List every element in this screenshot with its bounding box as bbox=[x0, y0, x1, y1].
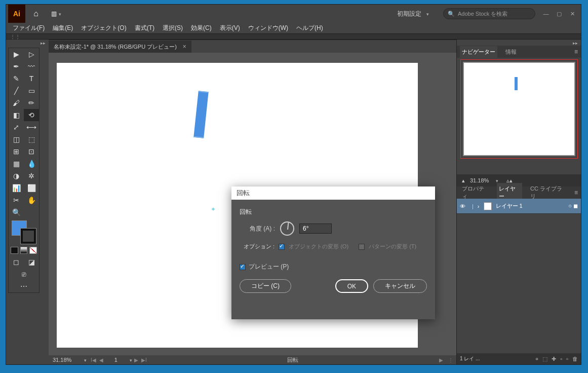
artboard-tool[interactable]: ⬜ bbox=[24, 182, 39, 194]
zoom-chevron-icon[interactable] bbox=[82, 357, 87, 363]
menu-select[interactable]: 選択(S) bbox=[159, 23, 186, 33]
menu-effect[interactable]: 効果(C) bbox=[187, 23, 215, 33]
menu-object[interactable]: オブジェクト(O) bbox=[77, 23, 130, 33]
workspace-switcher[interactable]: 初期設定 bbox=[393, 9, 433, 19]
close-button[interactable]: ✕ bbox=[568, 10, 577, 17]
new-layer-icon-2[interactable]: ▫ bbox=[566, 356, 568, 362]
line-tool[interactable]: ╱ bbox=[9, 85, 24, 97]
menu-window[interactable]: ウィンドウ(W) bbox=[245, 23, 292, 33]
direct-selection-tool[interactable]: ▷ bbox=[24, 48, 39, 60]
menu-file[interactable]: ファイル(F) bbox=[9, 23, 48, 33]
color-mode-solid[interactable] bbox=[11, 247, 18, 254]
width-tool[interactable]: ⟷ bbox=[24, 121, 39, 133]
angle-dial[interactable] bbox=[280, 221, 294, 236]
symbol-sprayer-tool[interactable]: ✲ bbox=[24, 170, 39, 182]
search-input[interactable]: 🔍 Adobe Stock を検索 bbox=[443, 8, 535, 19]
minimize-button[interactable]: — bbox=[541, 10, 551, 17]
dialog-body: 回転 角度 (A) : オプション : オブジェクトの変形 (O) パターンの変… bbox=[231, 200, 435, 319]
first-artboard-icon[interactable]: I◀ bbox=[90, 357, 97, 363]
navigator-shape-icon bbox=[515, 77, 518, 90]
blend-tool[interactable]: ◑ bbox=[9, 170, 24, 182]
control-bar-handle-icon[interactable]: ⋮⋮ bbox=[10, 34, 20, 40]
menu-type[interactable]: 書式(T) bbox=[131, 23, 158, 33]
new-layer-icon[interactable]: ▫ bbox=[560, 356, 562, 362]
layer-count-label: 1 レイ ... bbox=[460, 355, 480, 362]
navigator-preview[interactable] bbox=[461, 62, 577, 161]
document-tab[interactable]: 名称未設定-1* @ 31.18% (RGB/GPU プレビュー) × bbox=[49, 41, 191, 53]
color-mode-none[interactable] bbox=[29, 247, 37, 254]
eraser-tool[interactable]: ◧ bbox=[9, 109, 24, 121]
rotate-tool[interactable]: ⟲ bbox=[24, 109, 39, 121]
artboard-index[interactable]: 1 bbox=[105, 357, 127, 363]
menu-edit[interactable]: 編集(E) bbox=[49, 23, 76, 33]
arrange-documents-icon[interactable]: ▥ bbox=[49, 8, 64, 20]
panel-collapse-icon[interactable]: ▸▸ bbox=[457, 40, 581, 46]
panel-menu-icon[interactable]: ≡ bbox=[574, 48, 578, 55]
dock-collapse-icon[interactable]: ▸▸ bbox=[6, 40, 49, 46]
artboard-chevron-icon[interactable] bbox=[128, 357, 132, 363]
paintbrush-tool[interactable]: 🖌 bbox=[9, 97, 24, 109]
layers-panel-menu-icon[interactable]: ≡ bbox=[574, 189, 578, 196]
slice-tool[interactable]: ✂ bbox=[9, 194, 24, 206]
pen-tool-alt[interactable]: ✎ bbox=[9, 72, 24, 85]
preview-checkbox[interactable] bbox=[240, 264, 246, 270]
pen-tool[interactable]: ✒ bbox=[9, 60, 24, 72]
layer-row[interactable]: 👁 | › レイヤー 1 ○ ◼ bbox=[457, 199, 581, 214]
preview-label[interactable]: プレビュー (P) bbox=[249, 263, 289, 271]
clipping-mask-icon[interactable]: ⬚ bbox=[542, 356, 547, 362]
draw-behind-icon[interactable]: ◪ bbox=[24, 256, 39, 268]
ok-button[interactable]: OK bbox=[335, 279, 368, 293]
rotation-center-icon[interactable]: ✦ bbox=[211, 206, 216, 213]
pencil-tool[interactable]: ✏ bbox=[24, 97, 39, 109]
prev-artboard-icon[interactable]: ◀ bbox=[98, 357, 104, 363]
navigator-panel bbox=[457, 58, 581, 174]
layer-name-label[interactable]: レイヤー 1 bbox=[496, 202, 523, 210]
scroll-bar-icon[interactable]: ⋮ bbox=[447, 357, 454, 363]
delete-layer-icon[interactable]: 🗑 bbox=[572, 356, 578, 362]
selection-tool[interactable]: ▶ bbox=[9, 48, 24, 60]
document-tab-close-icon[interactable]: × bbox=[183, 43, 186, 50]
scale-tool[interactable]: ⤢ bbox=[9, 121, 24, 133]
locate-object-icon[interactable]: ⌖ bbox=[535, 356, 538, 362]
dialog-title: 回転 bbox=[231, 186, 435, 200]
last-artboard-icon[interactable]: ▶I bbox=[140, 357, 148, 363]
fill-stroke-swatch[interactable] bbox=[9, 218, 39, 246]
perspective-grid-tool[interactable]: ⊞ bbox=[9, 145, 24, 158]
free-transform-tool[interactable]: ◫ bbox=[9, 133, 24, 145]
gradient-tool[interactable]: ▦ bbox=[9, 158, 24, 170]
column-graph-tool[interactable]: 📊 bbox=[9, 182, 24, 194]
copy-button[interactable]: コピー (C) bbox=[240, 279, 291, 293]
app-logo: Ai bbox=[8, 5, 25, 23]
scroll-right-icon[interactable]: ▶ bbox=[438, 357, 444, 363]
expand-layer-icon[interactable]: › bbox=[478, 203, 480, 209]
shape-builder-tool[interactable]: ⬚ bbox=[24, 133, 39, 145]
current-tool-label: 回転 bbox=[151, 356, 435, 364]
draw-normal-icon[interactable]: ◻ bbox=[9, 256, 24, 268]
eyedropper-tool[interactable]: 💧 bbox=[24, 158, 39, 170]
type-tool[interactable]: T bbox=[24, 72, 39, 85]
hand-tool[interactable]: ✋ bbox=[24, 194, 39, 206]
navigator-tab[interactable]: ナビゲーター bbox=[460, 46, 497, 58]
zoom-level[interactable]: 31.18% bbox=[51, 357, 79, 363]
curvature-tool[interactable]: 〰 bbox=[24, 60, 39, 72]
menu-view[interactable]: 表示(V) bbox=[216, 23, 244, 33]
rectangle-tool[interactable]: ▭ bbox=[24, 85, 39, 97]
zoom-tool[interactable]: 🔍 bbox=[9, 206, 24, 218]
angle-input[interactable] bbox=[299, 223, 332, 234]
new-sublayer-icon[interactable]: ✚ bbox=[552, 356, 556, 362]
mesh-tool[interactable]: ⊡ bbox=[24, 145, 39, 158]
info-tab[interactable]: 情報 bbox=[503, 46, 519, 58]
color-mode-swatches bbox=[9, 246, 39, 256]
next-artboard-icon[interactable]: ▶ bbox=[133, 357, 139, 363]
layer-target-icon[interactable]: ○ ◼ bbox=[568, 203, 578, 209]
visibility-icon[interactable]: 👁 bbox=[460, 203, 468, 209]
stroke-swatch[interactable] bbox=[21, 229, 36, 244]
home-icon[interactable]: ⌂ bbox=[29, 7, 43, 20]
cancel-button[interactable]: キャンセル bbox=[373, 279, 427, 293]
selected-rectangle-shape[interactable] bbox=[193, 91, 209, 138]
menu-help[interactable]: ヘルプ(H) bbox=[293, 23, 327, 33]
screen-mode-icon[interactable]: ⎚ bbox=[9, 268, 39, 280]
edit-toolbar-icon[interactable]: ⋯ bbox=[9, 280, 39, 292]
maximize-button[interactable]: ▢ bbox=[555, 10, 564, 17]
color-mode-gradient[interactable] bbox=[20, 247, 28, 254]
